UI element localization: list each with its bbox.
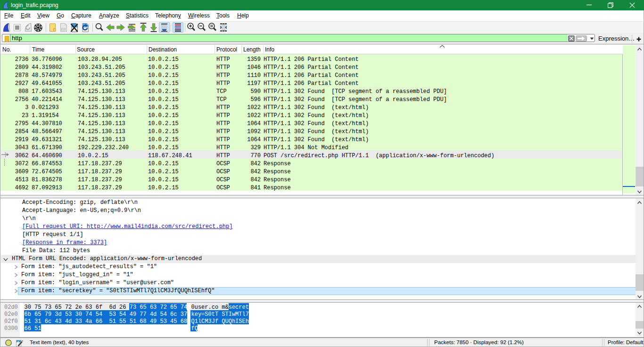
svg-text:010: 010 bbox=[61, 28, 66, 31]
